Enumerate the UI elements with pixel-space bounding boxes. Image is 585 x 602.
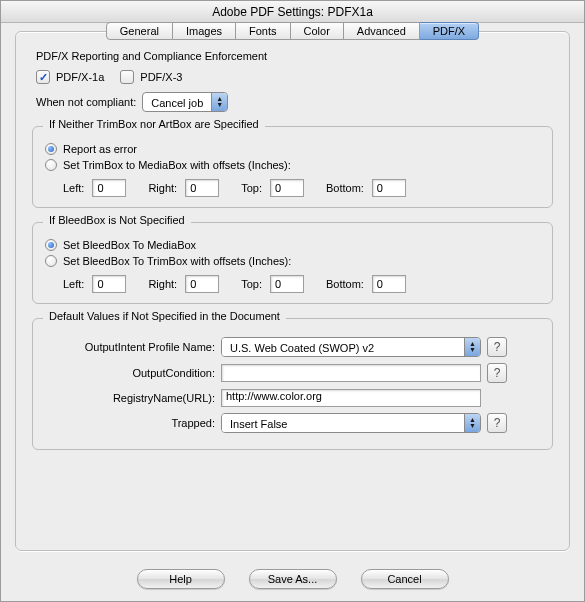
tab-fonts[interactable]: Fonts (236, 22, 291, 40)
settings-window: Adobe PDF Settings: PDFX1a General Image… (0, 0, 585, 602)
help-output-intent[interactable]: ? (487, 337, 507, 357)
bleed-right-label: Right: (148, 278, 177, 290)
tab-content: PDF/X Reporting and Compliance Enforceme… (16, 50, 569, 462)
checkbox-pdfx3[interactable] (120, 70, 134, 84)
checkbox-pdfx1a-label: PDF/X-1a (56, 71, 104, 83)
trapped-label: Trapped: (45, 417, 215, 429)
trim-bottom-input[interactable]: 0 (372, 179, 406, 197)
bleed-bottom-label: Bottom: (326, 278, 364, 290)
help-button[interactable]: Help (137, 569, 225, 589)
tab-panel: General Images Fonts Color Advanced PDF/… (15, 31, 570, 551)
radio-bleed-media[interactable] (45, 239, 57, 251)
dialog-footer: Help Save As... Cancel (1, 561, 584, 601)
radio-report-error[interactable] (45, 143, 57, 155)
output-intent-label: OutputIntent Profile Name: (45, 341, 215, 353)
checkbox-pdfx1a[interactable] (36, 70, 50, 84)
help-trapped[interactable]: ? (487, 413, 507, 433)
help-output-condition[interactable]: ? (487, 363, 507, 383)
radio-set-trimbox[interactable] (45, 159, 57, 171)
when-not-compliant-select[interactable]: Cancel job ▲▼ (142, 92, 228, 112)
radio-bleed-trim-label: Set BleedBox To TrimBox with offsets (In… (63, 255, 291, 267)
trim-left-label: Left: (63, 182, 84, 194)
registry-label: RegistryName(URL): (45, 392, 215, 404)
group-bleedbox-legend: If BleedBox is Not Specified (43, 214, 191, 226)
bleed-left-input[interactable]: 0 (92, 275, 126, 293)
trim-bottom-label: Bottom: (326, 182, 364, 194)
chevron-updown-icon: ▲▼ (464, 338, 480, 356)
checkbox-pdfx3-label: PDF/X-3 (140, 71, 182, 83)
output-intent-select[interactable]: U.S. Web Coated (SWOP) v2 ▲▼ (221, 337, 481, 357)
radio-report-error-label: Report as error (63, 143, 137, 155)
bleed-bottom-input[interactable]: 0 (372, 275, 406, 293)
tab-images[interactable]: Images (173, 22, 236, 40)
tab-advanced[interactable]: Advanced (344, 22, 420, 40)
group-bleedbox: If BleedBox is Not Specified Set BleedBo… (32, 222, 553, 304)
chevron-updown-icon: ▲▼ (464, 414, 480, 432)
section-title: PDF/X Reporting and Compliance Enforceme… (36, 50, 553, 62)
trim-top-input[interactable]: 0 (270, 179, 304, 197)
tab-general[interactable]: General (106, 22, 173, 40)
tab-color[interactable]: Color (291, 22, 344, 40)
trim-right-input[interactable]: 0 (185, 179, 219, 197)
radio-bleed-media-label: Set BleedBox To MediaBox (63, 239, 196, 251)
chevron-updown-icon: ▲▼ (211, 93, 227, 111)
group-trimbox: If Neither TrimBox nor ArtBox are Specif… (32, 126, 553, 208)
window-title: Adobe PDF Settings: PDFX1a (1, 1, 584, 23)
radio-set-trimbox-label: Set TrimBox to MediaBox with offsets (In… (63, 159, 291, 171)
when-not-compliant-label: When not compliant: (36, 96, 136, 108)
registry-input[interactable]: http://www.color.org (221, 389, 481, 407)
radio-bleed-trim[interactable] (45, 255, 57, 267)
trapped-select[interactable]: Insert False ▲▼ (221, 413, 481, 433)
group-defaults-legend: Default Values if Not Specified in the D… (43, 310, 286, 322)
bleed-top-label: Top: (241, 278, 262, 290)
bleed-left-label: Left: (63, 278, 84, 290)
tab-pdfx[interactable]: PDF/X (420, 22, 479, 40)
trim-left-input[interactable]: 0 (92, 179, 126, 197)
trim-right-label: Right: (148, 182, 177, 194)
output-condition-label: OutputCondition: (45, 367, 215, 379)
bleed-top-input[interactable]: 0 (270, 275, 304, 293)
tab-bar: General Images Fonts Color Advanced PDF/… (16, 22, 569, 40)
group-defaults: Default Values if Not Specified in the D… (32, 318, 553, 450)
bleed-right-input[interactable]: 0 (185, 275, 219, 293)
trim-top-label: Top: (241, 182, 262, 194)
cancel-button[interactable]: Cancel (361, 569, 449, 589)
output-condition-input[interactable] (221, 364, 481, 382)
save-as-button[interactable]: Save As... (249, 569, 337, 589)
group-trimbox-legend: If Neither TrimBox nor ArtBox are Specif… (43, 118, 265, 130)
